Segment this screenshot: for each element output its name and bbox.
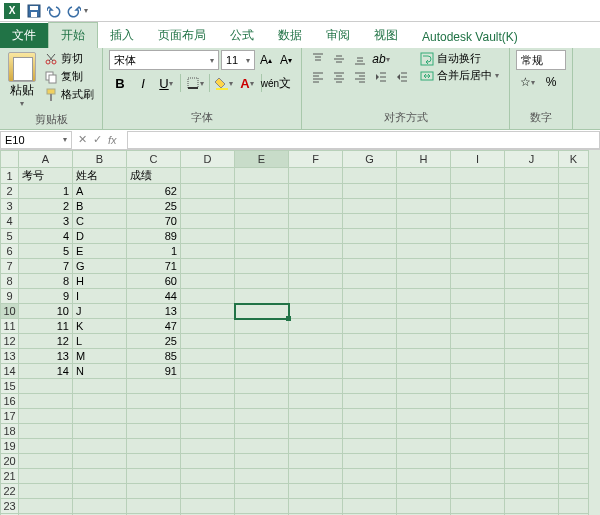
cell-C3[interactable]: 25 (127, 199, 181, 214)
row-header-7[interactable]: 7 (1, 259, 19, 274)
cell-B14[interactable]: N (73, 364, 127, 379)
cell-A4[interactable]: 3 (19, 214, 73, 229)
cell-F14[interactable] (289, 364, 343, 379)
cell-C19[interactable] (127, 439, 181, 454)
cell-A1[interactable]: 考号 (19, 168, 73, 184)
row-header-14[interactable]: 14 (1, 364, 19, 379)
cell-K3[interactable] (559, 199, 589, 214)
cell-C21[interactable] (127, 469, 181, 484)
cell-C7[interactable]: 71 (127, 259, 181, 274)
tab-home[interactable]: 开始 (48, 22, 98, 48)
cell-I14[interactable] (451, 364, 505, 379)
row-header-8[interactable]: 8 (1, 274, 19, 289)
cell-G10[interactable] (343, 304, 397, 319)
cell-D7[interactable] (181, 259, 235, 274)
col-header-D[interactable]: D (181, 151, 235, 168)
cell-K13[interactable] (559, 349, 589, 364)
cell-A6[interactable]: 5 (19, 244, 73, 259)
cell-E4[interactable] (235, 214, 289, 229)
cell-A7[interactable]: 7 (19, 259, 73, 274)
cell-K21[interactable] (559, 469, 589, 484)
cell-J14[interactable] (505, 364, 559, 379)
cell-H1[interactable] (397, 168, 451, 184)
cell-I20[interactable] (451, 454, 505, 469)
cell-I10[interactable] (451, 304, 505, 319)
increase-indent-button[interactable] (392, 68, 412, 86)
cell-D20[interactable] (181, 454, 235, 469)
cell-G7[interactable] (343, 259, 397, 274)
align-middle-button[interactable] (329, 50, 349, 68)
cell-B3[interactable]: B (73, 199, 127, 214)
row-header-23[interactable]: 23 (1, 499, 19, 514)
col-header-G[interactable]: G (343, 151, 397, 168)
row-header-20[interactable]: 20 (1, 454, 19, 469)
cell-I4[interactable] (451, 214, 505, 229)
cell-C23[interactable] (127, 499, 181, 514)
cell-H15[interactable] (397, 379, 451, 394)
cell-C20[interactable] (127, 454, 181, 469)
tab-insert[interactable]: 插入 (98, 23, 146, 48)
cell-A10[interactable]: 10 (19, 304, 73, 319)
italic-button[interactable]: I (132, 72, 154, 94)
col-header-J[interactable]: J (505, 151, 559, 168)
cell-H2[interactable] (397, 184, 451, 199)
cell-H10[interactable] (397, 304, 451, 319)
cell-J17[interactable] (505, 409, 559, 424)
cell-A15[interactable] (19, 379, 73, 394)
cell-K8[interactable] (559, 274, 589, 289)
cell-C22[interactable] (127, 484, 181, 499)
cell-A2[interactable]: 1 (19, 184, 73, 199)
cell-D5[interactable] (181, 229, 235, 244)
cell-J3[interactable] (505, 199, 559, 214)
cell-I3[interactable] (451, 199, 505, 214)
cell-I11[interactable] (451, 319, 505, 334)
row-header-12[interactable]: 12 (1, 334, 19, 349)
cell-G20[interactable] (343, 454, 397, 469)
fx-icon[interactable]: fx (108, 134, 117, 146)
cell-I12[interactable] (451, 334, 505, 349)
cell-H4[interactable] (397, 214, 451, 229)
cell-K22[interactable] (559, 484, 589, 499)
cell-K19[interactable] (559, 439, 589, 454)
font-color-button[interactable]: A▾ (236, 72, 258, 94)
merge-center-button[interactable]: 合并后居中▾ (416, 67, 503, 84)
cell-D15[interactable] (181, 379, 235, 394)
cell-E21[interactable] (235, 469, 289, 484)
cell-B19[interactable] (73, 439, 127, 454)
cell-G5[interactable] (343, 229, 397, 244)
redo-button[interactable] (64, 2, 84, 20)
cell-F13[interactable] (289, 349, 343, 364)
cell-K15[interactable] (559, 379, 589, 394)
cell-F1[interactable] (289, 168, 343, 184)
cell-G1[interactable] (343, 168, 397, 184)
cell-C12[interactable]: 25 (127, 334, 181, 349)
row-header-19[interactable]: 19 (1, 439, 19, 454)
cell-G12[interactable] (343, 334, 397, 349)
tab-formulas[interactable]: 公式 (218, 23, 266, 48)
cell-F3[interactable] (289, 199, 343, 214)
cell-K14[interactable] (559, 364, 589, 379)
cell-H20[interactable] (397, 454, 451, 469)
cell-D18[interactable] (181, 424, 235, 439)
format-painter-button[interactable]: 格式刷 (42, 86, 96, 103)
cell-F6[interactable] (289, 244, 343, 259)
cell-J19[interactable] (505, 439, 559, 454)
cell-A23[interactable] (19, 499, 73, 514)
col-header-F[interactable]: F (289, 151, 343, 168)
qat-customize-icon[interactable]: ▾ (84, 6, 88, 15)
cell-D9[interactable] (181, 289, 235, 304)
cell-H22[interactable] (397, 484, 451, 499)
cell-K11[interactable] (559, 319, 589, 334)
cell-D6[interactable] (181, 244, 235, 259)
bold-button[interactable]: B (109, 72, 131, 94)
cell-E5[interactable] (235, 229, 289, 244)
cell-C8[interactable]: 60 (127, 274, 181, 289)
cell-F5[interactable] (289, 229, 343, 244)
cell-B15[interactable] (73, 379, 127, 394)
orientation-button[interactable]: ab▾ (371, 50, 391, 68)
cell-J5[interactable] (505, 229, 559, 244)
formula-bar[interactable] (127, 131, 600, 149)
cell-J20[interactable] (505, 454, 559, 469)
cell-A9[interactable]: 9 (19, 289, 73, 304)
cell-E22[interactable] (235, 484, 289, 499)
